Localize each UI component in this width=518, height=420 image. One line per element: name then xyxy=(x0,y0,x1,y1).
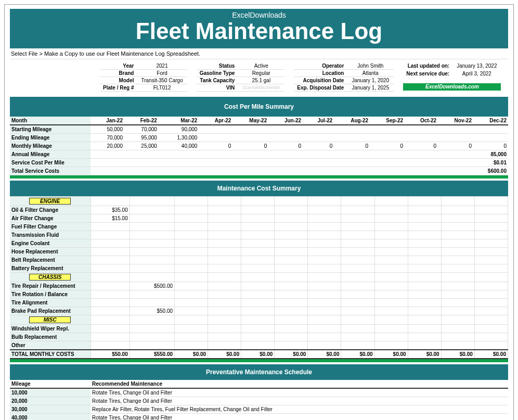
pm-recommendation[interactable]: Replace Air Filter, Rotate Tires, Fuel F… xyxy=(90,405,508,414)
cost-cell[interactable] xyxy=(474,290,508,299)
cost-cell[interactable] xyxy=(308,290,341,299)
cost-cell[interactable] xyxy=(130,256,174,264)
cost-cell[interactable] xyxy=(208,307,241,315)
cost-cell[interactable] xyxy=(208,333,241,341)
cost-cell[interactable] xyxy=(175,290,208,299)
cost-cell[interactable] xyxy=(308,256,341,264)
cost-cell[interactable] xyxy=(175,223,208,231)
cost-cell[interactable] xyxy=(130,231,174,239)
cost-cell[interactable] xyxy=(308,333,341,341)
cost-cell[interactable] xyxy=(90,264,130,273)
cost-cell[interactable] xyxy=(208,223,241,231)
model-value[interactable]: Transit-350 Cargo xyxy=(137,77,187,84)
cost-cell[interactable] xyxy=(441,256,474,264)
cost-cell[interactable] xyxy=(308,223,341,231)
cost-cell[interactable] xyxy=(374,239,408,248)
cost-cell[interactable] xyxy=(374,256,408,264)
cost-cell[interactable] xyxy=(341,256,374,264)
cost-cell[interactable] xyxy=(408,325,441,333)
cost-cell[interactable] xyxy=(408,341,441,350)
cost-cell[interactable] xyxy=(408,299,441,307)
cost-cell[interactable] xyxy=(130,214,174,223)
cost-cell[interactable] xyxy=(130,223,174,231)
cost-cell[interactable] xyxy=(374,223,408,231)
cost-cell[interactable] xyxy=(175,333,208,341)
cost-cell[interactable] xyxy=(275,325,308,333)
pm-mileage[interactable]: 20,000 xyxy=(10,397,90,405)
cost-cell[interactable] xyxy=(175,264,208,273)
cost-cell[interactable] xyxy=(341,264,374,273)
cost-cell[interactable] xyxy=(341,333,374,341)
cost-cell[interactable] xyxy=(441,341,474,350)
cost-cell[interactable] xyxy=(308,214,341,223)
cost-cell[interactable] xyxy=(374,231,408,239)
cost-cell[interactable] xyxy=(90,248,130,256)
operator-value[interactable]: John Smith xyxy=(347,62,394,70)
cost-cell[interactable] xyxy=(308,307,341,315)
disp-date-value[interactable]: January 1, 2025 xyxy=(347,84,394,92)
cost-cell[interactable] xyxy=(130,264,174,273)
cost-cell[interactable] xyxy=(175,231,208,239)
cost-cell[interactable] xyxy=(130,239,174,248)
cost-cell[interactable] xyxy=(241,307,275,315)
cost-cell[interactable] xyxy=(408,256,441,264)
cost-cell[interactable] xyxy=(408,206,441,214)
cost-cell[interactable] xyxy=(175,206,208,214)
cost-cell[interactable] xyxy=(308,341,341,350)
cost-cell[interactable] xyxy=(175,341,208,350)
cost-cell[interactable] xyxy=(441,333,474,341)
cost-cell[interactable] xyxy=(241,239,275,248)
acq-date-value[interactable]: January 1, 2020 xyxy=(347,77,394,84)
cost-cell[interactable] xyxy=(474,214,508,223)
cost-cell[interactable] xyxy=(208,256,241,264)
cost-cell[interactable] xyxy=(408,282,441,290)
cost-cell[interactable] xyxy=(241,231,275,239)
cost-cell[interactable] xyxy=(308,239,341,248)
cost-cell[interactable] xyxy=(275,333,308,341)
cost-cell[interactable] xyxy=(441,239,474,248)
cost-cell[interactable] xyxy=(241,290,275,299)
cost-cell[interactable] xyxy=(308,248,341,256)
location-value[interactable]: Atlanta xyxy=(347,70,394,77)
cost-cell[interactable] xyxy=(241,264,275,273)
cost-cell[interactable] xyxy=(175,248,208,256)
gas-value[interactable]: Regular xyxy=(238,70,284,77)
cost-cell[interactable] xyxy=(275,248,308,256)
cost-cell[interactable] xyxy=(241,325,275,333)
plate-value[interactable]: FLT012 xyxy=(137,84,187,92)
cost-cell[interactable] xyxy=(208,214,241,223)
cost-cell[interactable] xyxy=(275,341,308,350)
cost-cell[interactable] xyxy=(241,256,275,264)
cost-cell[interactable] xyxy=(374,325,408,333)
cost-cell[interactable] xyxy=(90,299,130,307)
cost-cell[interactable] xyxy=(130,325,174,333)
cost-cell[interactable] xyxy=(474,239,508,248)
cost-cell[interactable] xyxy=(341,248,374,256)
cost-cell[interactable] xyxy=(441,206,474,214)
site-link[interactable]: ExcelDownloads.com xyxy=(403,83,501,91)
cost-cell[interactable] xyxy=(208,299,241,307)
cost-cell[interactable] xyxy=(241,214,275,223)
cost-cell[interactable] xyxy=(275,264,308,273)
updated-value[interactable]: January 13, 2022 xyxy=(452,62,501,70)
cost-cell[interactable] xyxy=(241,333,275,341)
cost-cell[interactable] xyxy=(90,223,130,231)
cost-cell[interactable] xyxy=(374,290,408,299)
cost-cell[interactable] xyxy=(474,206,508,214)
cost-cell[interactable] xyxy=(90,341,130,350)
cost-cell[interactable] xyxy=(408,239,441,248)
cost-cell[interactable] xyxy=(474,333,508,341)
cost-cell[interactable] xyxy=(374,264,408,273)
cost-cell[interactable] xyxy=(175,307,208,315)
cost-cell[interactable] xyxy=(130,299,174,307)
cost-cell[interactable] xyxy=(408,307,441,315)
cost-cell[interactable] xyxy=(374,214,408,223)
cost-cell[interactable] xyxy=(275,299,308,307)
cost-cell[interactable] xyxy=(408,264,441,273)
cost-cell[interactable] xyxy=(441,299,474,307)
status-value[interactable]: Active xyxy=(238,62,284,70)
cost-cell[interactable] xyxy=(241,341,275,350)
pm-mileage[interactable]: 10,000 xyxy=(10,388,90,397)
cost-cell[interactable] xyxy=(208,239,241,248)
cost-cell[interactable]: $15.00 xyxy=(90,214,130,223)
